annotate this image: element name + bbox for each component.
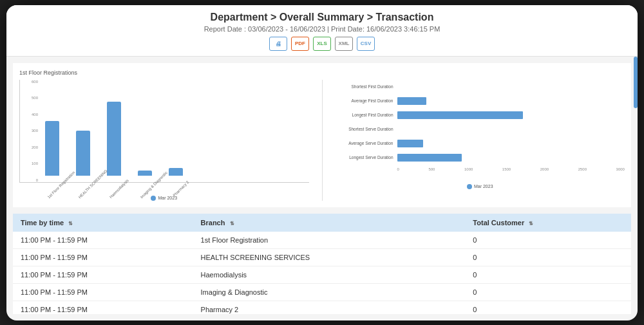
h-bar-1 [397,83,398,91]
page-header: Department > Overall Summary > Transacti… [6,5,638,57]
content-area: Department > Overall Summary > Transacti… [6,5,638,320]
cell-branch-3: Haemodialysis [193,266,466,283]
col-branch-label: Branch [201,219,225,227]
h-bar-group-6: Longest Serve Duration [336,154,625,162]
h-bar-5 [397,140,423,147]
pdf-button[interactable]: PDF [291,37,309,51]
h-x-axis: 0 500 1000 1500 2000 2500 3000 [336,167,625,171]
right-chart-container: Shortest First Duration Average First Du… [336,80,625,201]
cell-total-5: 0 [465,301,631,314]
cell-total-2: 0 [465,248,631,266]
col-time-label: Time by time [21,219,64,227]
h-bar-label-5: Average Serve Duration [336,141,393,145]
col-total-label: Total Customer [473,219,524,227]
right-legend-label: Mar 2023 [474,184,493,189]
bar-group-5: Pharmacy 2 [163,168,189,182]
h-bar-group-4: Shortest Serve Duration [336,125,625,133]
cell-total-1: 0 [465,232,631,249]
print-button[interactable]: 🖨 [269,37,287,51]
h-bar-label-2: Average First Duration [336,98,393,103]
left-chart-title: 1st Floor Registrations [19,70,625,76]
h-bar-group-2: Average First Duration [336,97,625,105]
h-bar-label-4: Shortest Serve Duration [336,127,393,131]
toolbar: 🖨 PDF XLS XML CSV [6,37,638,51]
scroll-indicator[interactable] [634,57,638,108]
bar-group-1: 1st Floor Registration [39,121,65,182]
y-axis: 600 500 400 300 200 100 0 [20,80,38,182]
bar-5 [169,168,183,176]
cell-time-5: 11:00 PM - 11:59 PM [13,301,193,314]
h-bar-4 [397,125,398,133]
report-subtitle: Report Date : 03/06/2023 - 16/06/2023 | … [6,25,638,33]
h-bar-3 [397,111,523,119]
sort-icon-time[interactable]: ⇅ [68,221,73,227]
left-chart-legend: Mar 2023 [19,196,309,201]
sort-icon-branch[interactable]: ⇅ [230,221,234,227]
sort-icon-total[interactable]: ⇅ [529,221,533,227]
page-title: Department > Overall Summary > Transacti… [6,12,638,23]
col-total[interactable]: Total Customer ⇅ [465,214,631,232]
cell-total-3: 0 [465,266,631,283]
bar-4 [138,171,152,176]
table-row: 11:00 PM - 11:59 PM Pharmacy 2 0 [13,301,631,314]
col-time[interactable]: Time by time ⇅ [13,214,193,232]
csv-button[interactable]: CSV [357,37,375,51]
cell-branch-1: 1st Floor Registration [193,232,466,249]
cell-branch-4: Imaging & Diagnostic [193,283,466,301]
h-bar-label-6: Longest Serve Duration [336,155,393,160]
h-bar-group-3: Longest First Duration [336,111,625,119]
table-row: 11:00 PM - 11:59 PM Imaging & Diagnostic… [13,283,631,301]
h-bar-group-5: Average Serve Duration [336,140,625,147]
charts-section: 1st Floor Registrations 600 500 400 300 … [13,63,631,207]
chart-divider [322,80,323,201]
table-body: 11:00 PM - 11:59 PM 1st Floor Registrati… [13,232,631,314]
cell-time-3: 11:00 PM - 11:59 PM [13,266,193,283]
device-frame: Department > Overall Summary > Transacti… [6,5,638,320]
table-header-row: Time by time ⇅ Branch ⇅ Total Customer ⇅ [13,214,631,232]
cell-branch-5: Pharmacy 2 [193,301,466,314]
right-legend-dot [467,184,472,189]
charts-row: 600 500 400 300 200 100 0 1st Floor Regi… [19,80,625,201]
col-branch[interactable]: Branch ⇅ [193,214,466,232]
left-chart-container: 600 500 400 300 200 100 0 1st Floor Regi… [19,80,309,201]
bar-1 [45,121,59,176]
h-bar-label-1: Shortest First Duration [336,84,393,89]
h-bar-group-1: Shortest First Duration [336,83,625,91]
xml-button[interactable]: XML [335,37,353,51]
h-bar-6 [397,154,462,162]
h-bar-label-3: Longest First Duration [336,113,393,117]
cell-time-4: 11:00 PM - 11:59 PM [13,283,193,301]
bar-3 [107,102,121,176]
h-bar-2 [397,97,426,105]
table-row: 11:00 PM - 11:59 PM HEALTH SCREENING SER… [13,248,631,266]
table-head: Time by time ⇅ Branch ⇅ Total Customer ⇅ [13,214,631,232]
cell-time-1: 11:00 PM - 11:59 PM [13,232,193,249]
bar-2 [76,131,90,176]
bar-chart: 600 500 400 300 200 100 0 1st Floor Regi… [19,80,309,183]
h-bar-chart: Shortest First Duration Average First Du… [336,80,625,165]
cell-branch-2: HEALTH SCREENING SERVICES [193,248,466,266]
table-row: 11:00 PM - 11:59 PM 1st Floor Registrati… [13,232,631,249]
bar-group-4: Imaging & Diagnostic [132,171,158,182]
table-section: Time by time ⇅ Branch ⇅ Total Customer ⇅ [13,214,631,314]
table-row: 11:00 PM - 11:59 PM Haemodialysis 0 [13,266,631,283]
cell-total-4: 0 [465,283,631,301]
right-chart-legend: Mar 2023 [336,184,625,189]
data-table: Time by time ⇅ Branch ⇅ Total Customer ⇅ [13,214,631,314]
xls-button[interactable]: XLS [313,37,331,51]
cell-time-2: 11:00 PM - 11:59 PM [13,248,193,266]
legend-dot [151,196,156,201]
